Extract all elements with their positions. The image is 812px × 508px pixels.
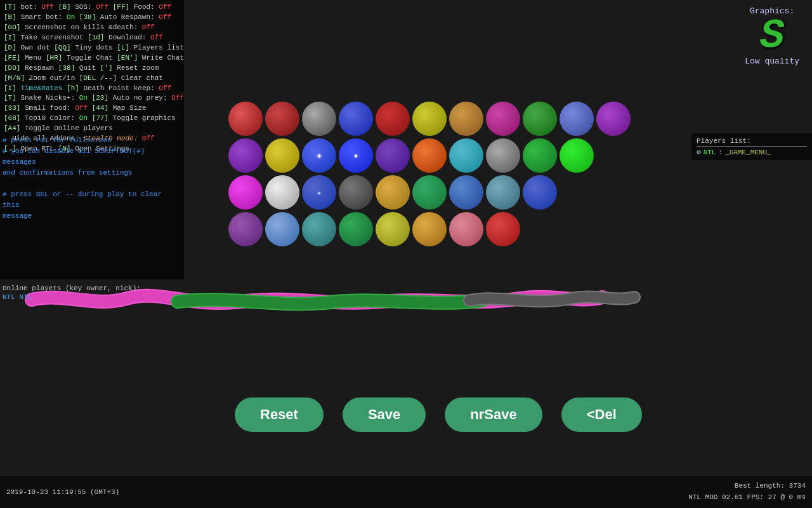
mod-info: NTL MOD 02.61 FPS: 27 @ 0 ms xyxy=(688,492,806,504)
info-line-13: [A4] Toggle Online players xyxy=(4,124,180,134)
info-line-5: [D] Own dot [QQ] Tiny dots [L] Players l… xyxy=(4,43,180,53)
info-line-1: [T] bot: Off [B] SOS: Off [FF] Food: Off xyxy=(4,3,180,13)
online-players-label: Online players (key owner, nick): xyxy=(3,284,141,292)
color-row-3: ✦ xyxy=(228,175,628,210)
info-line-10: [T] Snake Nicks+: On [23] Auto no prey: … xyxy=(4,93,180,104)
players-list-title: Players list: xyxy=(697,137,807,145)
color-ball[interactable] xyxy=(523,175,557,210)
player-sep: : xyxy=(718,149,723,156)
info-line-3: [GO] Screenshot on kills &death: Off xyxy=(4,23,180,33)
info-line-2: [B] Smart bot: On [38] Auto Respawn: Off xyxy=(4,13,180,23)
hint-scriptbot: # you can disable all SCRIPTBOT(#) messa… xyxy=(3,146,174,168)
color-ball[interactable] xyxy=(376,212,410,246)
color-ball[interactable] xyxy=(560,102,594,136)
color-ball[interactable] xyxy=(449,175,483,210)
color-ball[interactable] xyxy=(560,138,594,173)
save-button[interactable]: Save xyxy=(343,398,426,432)
bottom-right-info: Best length: 3734 NTL MOD 02.61 FPS: 27 … xyxy=(688,481,806,503)
color-ball[interactable] xyxy=(486,175,520,210)
color-ball[interactable] xyxy=(302,102,336,136)
color-ball[interactable]: ✦ xyxy=(339,138,373,173)
color-ball[interactable] xyxy=(339,212,373,246)
color-ball[interactable] xyxy=(486,138,520,173)
players-list-panel: Players list: ⚙ NTL : _GAME_MENU_ xyxy=(691,133,812,160)
color-ball[interactable]: ✦ xyxy=(302,175,336,210)
best-length: Best length: 3734 xyxy=(688,481,806,492)
reset-button[interactable]: Reset xyxy=(235,398,324,432)
color-ball[interactable] xyxy=(412,175,447,210)
color-row-4 xyxy=(228,212,628,246)
info-line-12: [68] Top10 Color: On [77] Toggle graphic… xyxy=(4,114,180,124)
color-row-2: ✦ ✦ xyxy=(228,138,628,173)
color-ball[interactable] xyxy=(486,212,520,246)
color-ball[interactable] xyxy=(228,212,263,246)
color-grid-area: ✦ ✦ ✦ xyxy=(228,102,628,249)
timestamp: 2019-10-23 11:19:55 (GMT+3) xyxy=(6,488,119,496)
info-line-8: [M/N] Zoom out/in [DEL /--] Clear chat xyxy=(4,74,180,84)
color-ball[interactable] xyxy=(412,212,447,246)
online-players-names: NTL NTL xyxy=(3,293,32,301)
color-ball[interactable] xyxy=(449,138,483,173)
color-ball[interactable] xyxy=(339,102,373,136)
nrsave-button[interactable]: nrSave xyxy=(445,398,542,432)
info-line-7: [DO] Respawn [38] Quit ['] Reset zoom xyxy=(4,64,180,74)
players-list-separator xyxy=(697,146,807,147)
hint-fullscreen: # press F11 for fullscreen xyxy=(3,135,174,146)
color-ball[interactable] xyxy=(412,102,447,136)
info-line-11: [33] Small food: Off [44] Map Size xyxy=(4,104,180,114)
color-ball[interactable] xyxy=(265,212,299,246)
player-value: _GAME_MENU_ xyxy=(725,149,771,156)
del-button[interactable]: <Del xyxy=(561,398,642,432)
color-ball[interactable] xyxy=(302,212,336,246)
graphics-panel: Graphics: S Low quality xyxy=(745,6,799,66)
hint-message: message xyxy=(3,211,174,222)
color-ball[interactable] xyxy=(265,138,299,173)
player-icon: ⚙ xyxy=(697,148,701,156)
color-ball[interactable] xyxy=(376,175,410,210)
player-name: NTL xyxy=(704,149,716,156)
color-ball[interactable]: ✦ xyxy=(302,138,336,173)
player-entry: ⚙ NTL : _GAME_MENU_ xyxy=(697,148,807,156)
color-ball[interactable] xyxy=(265,102,299,136)
color-ball[interactable] xyxy=(228,175,263,210)
color-ball[interactable] xyxy=(228,138,263,173)
color-ball[interactable] xyxy=(228,102,263,136)
color-ball[interactable] xyxy=(412,138,447,173)
color-ball[interactable] xyxy=(523,102,557,136)
color-ball[interactable] xyxy=(596,102,631,136)
color-ball[interactable] xyxy=(265,175,299,210)
color-ball[interactable] xyxy=(523,138,557,173)
color-ball[interactable] xyxy=(449,212,483,246)
graphics-quality: Low quality xyxy=(745,57,799,66)
hint-confirmations: and confirmations from settings xyxy=(3,168,174,178)
info-line-6: [FE] Menu [HR] Toggle Chat [EN'] Write C… xyxy=(4,53,180,64)
action-buttons: Reset Save nrSave <Del xyxy=(235,398,642,432)
snake-logo-icon: S xyxy=(745,16,799,57)
hint-del: # press DEL or -- during play to clear t… xyxy=(3,189,174,211)
color-row-1 xyxy=(228,102,628,136)
press-hints: # press F11 for fullscreen # you can dis… xyxy=(3,135,174,222)
color-ball[interactable] xyxy=(376,102,410,136)
info-line-4: [I] Take screenshot [1d] Download: Off xyxy=(4,33,180,43)
color-ball[interactable] xyxy=(449,102,483,136)
color-ball[interactable] xyxy=(486,102,520,136)
info-line-9: [I] Time&Rates [h] Death Point keep: Off xyxy=(4,84,180,94)
bottom-status-bar: 2019-10-23 11:19:55 (GMT+3) Best length:… xyxy=(0,476,812,508)
color-ball[interactable] xyxy=(376,138,410,173)
color-ball[interactable] xyxy=(339,175,373,210)
